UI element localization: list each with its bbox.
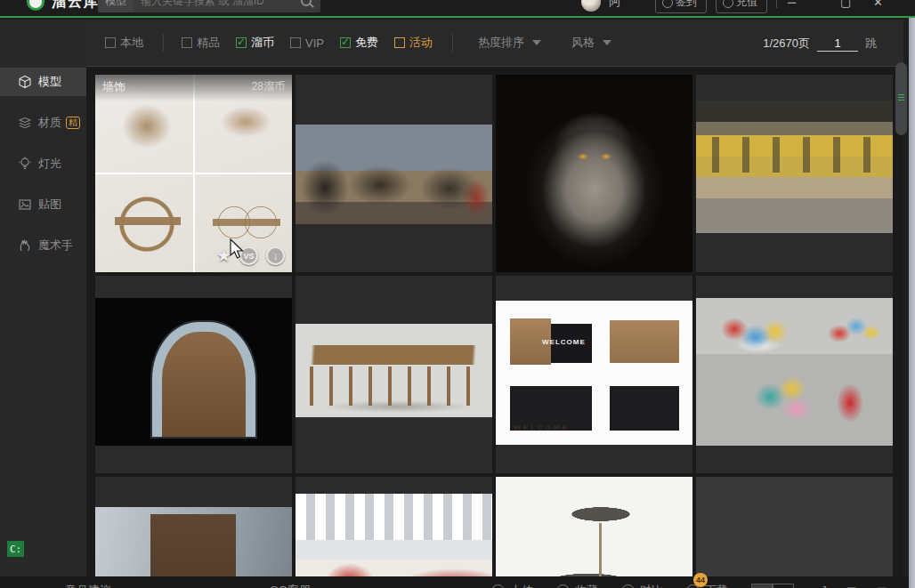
filter-label: 溜币 bbox=[251, 35, 274, 51]
sidebar-item-label: 模型 bbox=[38, 74, 61, 90]
bottombar-item-label: 下载 bbox=[705, 583, 728, 588]
checkbox-checked-icon[interactable] bbox=[236, 37, 247, 48]
wooden-pergola-thumbnail bbox=[296, 276, 492, 473]
bottombar-link-2[interactable]: QQ客服 bbox=[270, 583, 311, 588]
window-edge-strip bbox=[909, 18, 915, 588]
sidebar-item-label: 贴图 bbox=[38, 197, 61, 213]
bottombar-item-label: 对比 bbox=[640, 583, 663, 588]
style-dropdown[interactable]: 风格 bbox=[571, 35, 611, 51]
model-tile-7[interactable]: WELCOMEWELCOME bbox=[496, 276, 692, 473]
upload-button[interactable]: ↑上传 bbox=[491, 583, 533, 588]
model-tile-11[interactable] bbox=[496, 477, 692, 576]
app-window: 溜云库 模型 输入关键字搜索 或 溜溜ID 阿 签到 充值 ─ ▢ ✕ bbox=[0, 0, 915, 588]
username[interactable]: 阿 bbox=[609, 0, 620, 18]
search-input[interactable]: 输入关键字搜索 或 溜溜ID bbox=[134, 0, 301, 9]
model-tile-6[interactable] bbox=[296, 276, 492, 473]
favorite-button[interactable]: ★收藏 bbox=[556, 583, 598, 588]
recharge-button[interactable]: 充值 bbox=[716, 0, 767, 13]
page-jump-input[interactable] bbox=[817, 36, 858, 52]
checkbox-icon[interactable] bbox=[394, 37, 405, 48]
single-view-icon[interactable]: ▣ bbox=[877, 584, 887, 588]
checkbox-icon[interactable] bbox=[290, 37, 301, 48]
size-segment-1[interactable]: ▪ bbox=[751, 584, 773, 588]
welcome-sign-text: WELCOME bbox=[542, 338, 586, 346]
sidebar-item-4[interactable]: 贴图 bbox=[0, 190, 86, 219]
scrollbar-thumb[interactable] bbox=[895, 62, 907, 135]
download-button[interactable]: ↓44下载 bbox=[686, 583, 728, 588]
sidebar: 模型材质精灯光贴图魔术手 C: bbox=[0, 20, 86, 576]
favorite-icon: ★ bbox=[556, 584, 570, 588]
sort-dropdown[interactable]: 热度排序 bbox=[478, 35, 541, 51]
model-tile-4[interactable] bbox=[696, 75, 893, 272]
download-count-badge: 44 bbox=[693, 573, 708, 587]
filter-divider bbox=[452, 34, 453, 52]
filter-checkbox-6[interactable]: 活动 bbox=[394, 35, 433, 51]
model-grid-area: 墙饰28溜币★VS↓WELCOMEWELCOME bbox=[86, 68, 903, 576]
model-tile-10[interactable] bbox=[296, 477, 492, 576]
filter-divider bbox=[163, 34, 164, 52]
compare-button[interactable]: ◐对比 bbox=[621, 583, 663, 588]
page-jump-button[interactable]: 跳 bbox=[865, 36, 877, 52]
filter-label: 活动 bbox=[409, 35, 433, 51]
model-tile-2[interactable] bbox=[296, 75, 492, 272]
bottombar-item-label: 上传 bbox=[510, 583, 533, 588]
bulb-icon bbox=[18, 157, 32, 171]
search-icon[interactable] bbox=[301, 0, 312, 6]
grid-view-icon[interactable]: ▦ bbox=[846, 584, 856, 588]
avatar[interactable] bbox=[581, 0, 601, 12]
page-info: 1/2670页 bbox=[763, 36, 810, 52]
app-logo: 溜云库 bbox=[27, 0, 100, 18]
upload-icon: ↑ bbox=[491, 584, 505, 588]
expand-icon[interactable]: ⤢ bbox=[817, 584, 826, 588]
filter-checkbox-1[interactable]: 本地 bbox=[105, 35, 143, 51]
favorite-star-icon[interactable]: ★ bbox=[216, 247, 231, 264]
filter-checkbox-3[interactable]: 溜币 bbox=[236, 35, 274, 51]
sidebar-item-3[interactable]: 灯光 bbox=[0, 149, 86, 178]
filter-checkbox-2[interactable]: 精品 bbox=[182, 35, 220, 51]
model-tile-1[interactable]: 墙饰28溜币★VS↓ bbox=[95, 75, 292, 272]
vintage-industrial-room-thumbnail bbox=[296, 75, 492, 272]
chevron-down-icon bbox=[532, 40, 541, 45]
checkbox-checked-icon[interactable] bbox=[340, 37, 351, 48]
model-tile-9[interactable] bbox=[95, 477, 292, 576]
kids-toy-props-thumbnail bbox=[696, 276, 893, 473]
sidebar-item-1[interactable]: 模型 bbox=[0, 68, 86, 96]
reception-desks-thumbnail: WELCOMEWELCOME bbox=[496, 276, 692, 473]
model-tile-12[interactable] bbox=[696, 477, 893, 576]
red-culture-wall-thumbnail bbox=[296, 477, 492, 576]
filter-checkbox-4[interactable]: VIP bbox=[290, 36, 324, 50]
search-category-dropdown[interactable]: 模型 bbox=[98, 0, 134, 12]
thumbnail-size-toggle[interactable]: ▪▪ bbox=[751, 584, 794, 588]
filter-label: VIP bbox=[305, 36, 324, 50]
model-tile-3[interactable] bbox=[496, 75, 692, 272]
sidebar-item-5[interactable]: 魔术手 bbox=[0, 231, 86, 260]
compare-icon: ◐ bbox=[621, 584, 635, 588]
filter-checkbox-5[interactable]: 免费 bbox=[340, 35, 378, 51]
user-avatar[interactable] bbox=[581, 0, 601, 18]
model-tile-8[interactable] bbox=[696, 276, 893, 473]
drive-c-badge[interactable]: C: bbox=[7, 541, 24, 557]
cube-icon bbox=[18, 75, 32, 89]
sidebar-item-label: 材质 bbox=[38, 115, 61, 131]
round-side-tables-thumbnail bbox=[496, 477, 692, 576]
model-tile-5[interactable] bbox=[95, 276, 292, 473]
checkbox-icon[interactable] bbox=[105, 37, 116, 48]
close-button[interactable]: ✕ bbox=[873, 0, 883, 9]
welcome-sign-text: WELCOME bbox=[514, 423, 570, 431]
download-button[interactable]: ↓ bbox=[266, 246, 285, 265]
chevron-down-icon bbox=[603, 40, 611, 45]
minimize-button[interactable]: ─ bbox=[788, 0, 796, 9]
size-segment-2[interactable]: ▪ bbox=[773, 584, 794, 588]
compare-vs-button[interactable]: VS bbox=[239, 246, 258, 265]
search-box[interactable]: 模型 输入关键字搜索 或 溜溜ID bbox=[98, 0, 320, 12]
checkbox-icon[interactable] bbox=[182, 37, 192, 48]
signin-button[interactable]: 签到 bbox=[655, 0, 707, 13]
maximize-button[interactable]: ▢ bbox=[840, 0, 851, 9]
layers-icon bbox=[18, 116, 32, 130]
gray-cat-thumbnail bbox=[496, 75, 692, 272]
logo-text: 溜云库 bbox=[52, 0, 100, 12]
sidebar-item-2[interactable]: 材质精 bbox=[0, 109, 86, 137]
bottombar-link-1[interactable]: 意见建议 bbox=[65, 583, 111, 588]
premium-badge: 精 bbox=[66, 117, 80, 129]
tile-price: 28溜币 bbox=[252, 79, 285, 101]
